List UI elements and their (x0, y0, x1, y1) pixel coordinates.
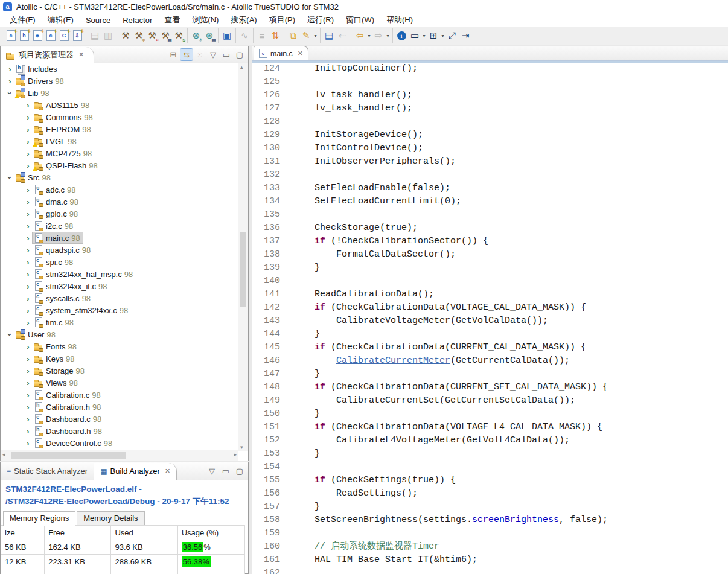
debug-config-button[interactable]: ⊛▦ (203, 29, 216, 42)
collapse-arrow-icon[interactable]: › (5, 173, 14, 182)
close-icon[interactable]: ✕ (78, 51, 84, 59)
tree-item-devicecontrol-c[interactable]: ›cDeviceControl.c98 (1, 437, 238, 449)
line-number[interactable]: 124 (252, 62, 286, 75)
line-number[interactable]: 130 (252, 142, 286, 155)
expand-arrow-icon[interactable]: › (5, 65, 14, 74)
explorer-horizontal-scrollbar[interactable]: ◂ ▸ (1, 450, 238, 461)
tree-item-mcp4725[interactable]: ›MCP472598 (1, 147, 238, 159)
line-number[interactable]: 152 (252, 434, 286, 447)
line-number[interactable]: 155 (252, 474, 286, 487)
tree-item-gpio-c[interactable]: ›cgpio.c98 (1, 208, 238, 220)
tab-memory-details[interactable]: Memory Details (77, 511, 144, 525)
line-number[interactable]: 145 (252, 341, 286, 354)
new-cpp-project-button[interactable]: C (57, 29, 71, 42)
line-number[interactable]: 144 (252, 328, 286, 341)
expand-arrow-icon[interactable]: › (24, 318, 33, 327)
expand-arrow-icon[interactable]: › (24, 439, 33, 448)
collapse-arrow-icon[interactable]: › (5, 330, 14, 339)
tree-item-system-stm32f4xx-c[interactable]: ›csystem_stm32f4xx.c98 (1, 304, 238, 316)
tree-item-quadspi-c[interactable]: ›cquadspi.c98 (1, 244, 238, 256)
line-number[interactable]: 151 (252, 421, 286, 434)
expand-arrow-icon[interactable]: › (5, 77, 14, 86)
maximize-button[interactable]: ▢ (234, 465, 246, 477)
column-header-used[interactable]: Used (111, 525, 177, 540)
expand-arrow-icon[interactable]: › (24, 427, 33, 436)
menu-item-窗口W[interactable]: 窗口(W) (340, 13, 380, 27)
menu-item-文件F[interactable]: 文件(F) (4, 13, 42, 27)
save-button[interactable]: ▤ (88, 29, 101, 42)
line-number[interactable]: 159 (252, 527, 286, 540)
tree-item-syscalls-c[interactable]: ›csyscalls.c98 (1, 292, 238, 304)
fullscreen-button[interactable]: ⤢ (445, 29, 459, 42)
line-number[interactable]: 147 (252, 368, 286, 381)
table-row[interactable] (1, 569, 245, 574)
close-icon[interactable]: ✕ (165, 467, 170, 475)
focus-button[interactable]: ⁙ (194, 49, 206, 60)
expand-arrow-icon[interactable]: › (24, 246, 33, 255)
back-button[interactable]: ⇦ (353, 29, 366, 42)
minimize-button[interactable]: ▭ (220, 465, 232, 477)
line-number[interactable]: 133 (252, 182, 286, 195)
open-element-button[interactable]: ⧉ (286, 29, 299, 42)
table-view-button[interactable]: ⊞ (427, 29, 440, 42)
expand-arrow-icon[interactable]: › (24, 391, 33, 400)
expand-arrow-icon[interactable]: › (24, 282, 33, 291)
link-with-editor-button[interactable]: ⇆ (180, 49, 193, 60)
last-edit-location-button[interactable]: ⇠ (336, 29, 349, 42)
tree-item-lib[interactable]: ›Lib98 (1, 87, 238, 99)
disassembly-button[interactable]: ≡ (255, 29, 269, 42)
expand-arrow-icon[interactable]: › (24, 294, 33, 303)
save-all-button[interactable]: ▥ (101, 29, 115, 42)
tree-item-stm32f4xx-hal-msp-c[interactable]: ›cstm32f4xx_hal_msp.c98 (1, 268, 238, 280)
expand-arrow-icon[interactable]: › (24, 415, 33, 424)
line-number[interactable]: 132 (252, 168, 286, 182)
view-menu-button[interactable]: ▽ (207, 49, 219, 60)
menu-item-浏览N[interactable]: 浏览(N) (186, 13, 225, 27)
line-number[interactable]: 162 (252, 567, 286, 574)
mark-occurrences-button-dropdown[interactable]: ▾ (313, 33, 318, 39)
tree-item-eeprom[interactable]: ›EEPROM98 (1, 123, 238, 135)
collapse-arrow-icon[interactable]: › (5, 89, 14, 98)
menu-item-Source[interactable]: Source (80, 14, 117, 26)
menu-item-项目P[interactable]: 项目(P) (263, 13, 301, 27)
line-number[interactable]: 156 (252, 487, 286, 500)
import-project-button[interactable]: ⇩ (71, 29, 84, 42)
trace-button[interactable]: ⇅ (269, 29, 282, 42)
line-number[interactable]: 134 (252, 195, 286, 208)
build-settings-button[interactable]: ⚒$ (172, 29, 185, 42)
editor-area-button[interactable]: ▭ (408, 29, 421, 42)
line-number[interactable]: 157 (252, 500, 286, 514)
expand-arrow-icon[interactable]: › (24, 270, 33, 279)
line-number[interactable]: 136 (252, 222, 286, 235)
line-number[interactable]: 140 (252, 275, 286, 288)
minimize-button[interactable]: ▭ (220, 49, 232, 60)
expand-arrow-icon[interactable]: › (24, 209, 33, 218)
line-number[interactable]: 125 (252, 75, 286, 89)
build-output-heading[interactable]: STM32F412RE-ElecPowerLoad.elf - /STM32F4… (1, 480, 248, 510)
tree-item-tim-c[interactable]: ›ctim.c98 (1, 316, 238, 328)
tree-item-stm32f4xx-it-c[interactable]: ›cstm32f4xx_it.c98 (1, 280, 238, 292)
line-number[interactable]: 128 (252, 115, 286, 129)
forward-button-dropdown[interactable]: ▾ (385, 33, 391, 39)
tree-item-includes[interactable]: ›hIncludes (1, 63, 238, 75)
menu-item-查看[interactable]: 查看 (158, 13, 186, 27)
tree-item-dashboard-c[interactable]: ›cDashboard.c98 (1, 413, 238, 425)
scroll-right-icon[interactable]: ▸ (234, 451, 237, 458)
info-center-button[interactable]: i (395, 29, 408, 42)
expand-arrow-icon[interactable]: › (24, 258, 33, 267)
new-h-header-file-button[interactable]: h (18, 29, 31, 42)
expand-arrow-icon[interactable]: › (24, 378, 33, 387)
expand-arrow-icon[interactable]: › (24, 222, 33, 231)
expand-arrow-icon[interactable]: › (24, 342, 33, 351)
tree-item-calibration-h[interactable]: ›hCalibration.h98 (1, 401, 238, 413)
table-view-button-dropdown[interactable]: ▾ (440, 33, 445, 39)
tree-item-storage[interactable]: ›Storage98 (1, 365, 238, 377)
device-monitor-button[interactable]: ▣ (220, 29, 234, 42)
menu-item-搜索A[interactable]: 搜索(A) (225, 13, 263, 27)
expand-arrow-icon[interactable]: › (24, 354, 33, 363)
expand-arrow-icon[interactable]: › (24, 366, 33, 375)
new-c-source-file-button[interactable]: c (4, 29, 18, 42)
line-number[interactable]: 131 (252, 155, 286, 168)
line-number[interactable]: 160 (252, 540, 286, 553)
expand-arrow-icon[interactable]: › (24, 125, 33, 134)
